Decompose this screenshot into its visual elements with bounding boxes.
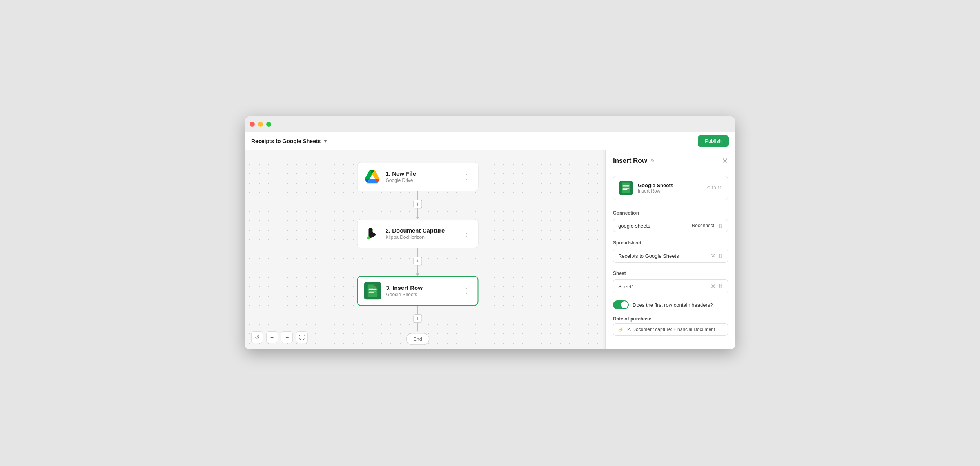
panel-title: Insert Row <box>613 157 647 165</box>
reconnect-button[interactable]: Reconnect <box>692 223 714 228</box>
divider-dot <box>604 249 604 250</box>
svg-rect-6 <box>369 292 374 293</box>
sheet-input-row[interactable]: Sheet1 ✕ ⇅ <box>613 279 728 293</box>
panel-edit-icon[interactable]: ✎ <box>650 158 655 164</box>
connection-section: Connection google-sheets Reconnect ⇅ <box>606 206 735 235</box>
svg-rect-5 <box>369 291 377 291</box>
zoom-in-button[interactable]: + <box>266 331 278 343</box>
main-area: 1. New File Google Drive ⋮ + <box>245 150 735 350</box>
node-3-menu[interactable]: ⋮ <box>461 285 472 297</box>
connector-line-2b <box>417 265 418 274</box>
panel-close-button[interactable]: ✕ <box>722 157 728 165</box>
app-content: Receipts to Google Sheets ▼ Publish <box>245 132 735 350</box>
reset-view-button[interactable]: ↺ <box>251 331 263 343</box>
headers-toggle-row: Does the first row contain headers? <box>606 297 735 313</box>
headers-toggle-label: Does the first row contain headers? <box>633 302 713 308</box>
node-insert-row[interactable]: 3. Insert Row Google Sheets ⋮ <box>357 276 479 306</box>
sheet-sort-icon[interactable]: ⇅ <box>718 283 723 289</box>
close-window-button[interactable] <box>250 122 255 127</box>
node-3-info: 3. Insert Row Google Sheets <box>386 284 457 297</box>
panel-title-row: Insert Row ✎ <box>613 157 655 165</box>
spreadsheet-actions: ✕ ⇅ <box>711 252 723 259</box>
panel-divider[interactable] <box>603 150 606 350</box>
service-action: Insert Row <box>638 188 701 194</box>
svg-point-1 <box>367 236 370 239</box>
connector-line-1 <box>417 191 418 200</box>
spreadsheet-clear-icon[interactable]: ✕ <box>711 252 716 259</box>
maximize-window-button[interactable] <box>266 122 271 127</box>
connection-input-row[interactable]: google-sheets Reconnect ⇅ <box>613 219 728 232</box>
node-2-title: 2. Document Capture <box>386 227 457 234</box>
node-2-info: 2. Document Capture Klippa DocHorizon <box>386 227 457 240</box>
connector-line-3b <box>417 323 418 331</box>
date-field-icon: ⚡ <box>618 327 624 332</box>
panel-header: Insert Row ✎ ✕ <box>606 150 735 170</box>
spreadsheet-label: Spreadsheet <box>613 240 728 246</box>
date-field-text: 2. Document capture: Financial Document <box>627 327 715 332</box>
connection-actions: Reconnect ⇅ <box>692 222 723 229</box>
svg-rect-12 <box>623 189 628 190</box>
spreadsheet-input-row[interactable]: Receipts to Google Sheets ✕ ⇅ <box>613 249 728 263</box>
workflow-title-row[interactable]: Receipts to Google Sheets ▼ <box>251 138 327 144</box>
sheet-clear-icon[interactable]: ✕ <box>711 283 716 290</box>
add-step-1-button[interactable]: + <box>414 200 422 208</box>
klippa-node-icon <box>364 225 381 242</box>
app-window: Receipts to Google Sheets ▼ Publish <box>245 116 735 350</box>
service-name: Google Sheets <box>638 182 701 188</box>
connector-3: + <box>414 306 422 331</box>
node-1-menu[interactable]: ⋮ <box>462 171 472 182</box>
divider-dot <box>604 251 604 252</box>
divider-dots <box>604 248 604 252</box>
node-3-title: 3. Insert Row <box>386 284 457 291</box>
spreadsheet-section: Spreadsheet Receipts to Google Sheets ✕ … <box>606 235 735 266</box>
right-panel: Insert Row ✎ ✕ <box>606 150 735 350</box>
app-header: Receipts to Google Sheets ▼ Publish <box>245 132 735 150</box>
node-2-menu[interactable]: ⋮ <box>462 228 472 239</box>
sheet-section: Sheet Sheet1 ✕ ⇅ <box>606 266 735 297</box>
connector-2: + <box>414 248 422 276</box>
node-2-subtitle: Klippa DocHorizon <box>386 235 457 240</box>
klippa-logo <box>365 226 380 241</box>
titlebar <box>245 116 735 132</box>
add-step-3-button[interactable]: + <box>414 314 422 323</box>
node-1-info: 1. New File Google Drive <box>386 170 457 183</box>
traffic-lights <box>250 122 271 127</box>
toggle-knob <box>621 301 628 308</box>
service-card: Google Sheets Insert Row v0.10.11 <box>613 176 728 200</box>
connection-value: google-sheets <box>618 223 692 229</box>
connection-sort-icon[interactable]: ⇅ <box>718 222 723 229</box>
node-3-subtitle: Google Sheets <box>386 292 457 297</box>
workflow-canvas[interactable]: 1. New File Google Drive ⋮ + <box>245 150 603 350</box>
svg-rect-10 <box>623 187 630 187</box>
headers-toggle[interactable] <box>613 300 629 309</box>
node-1-title: 1. New File <box>386 170 457 177</box>
workflow-title: Receipts to Google Sheets <box>251 138 321 144</box>
service-info: Google Sheets Insert Row <box>638 182 701 194</box>
minimize-window-button[interactable] <box>258 122 263 127</box>
sheet-actions: ✕ ⇅ <box>711 283 723 290</box>
svg-rect-9 <box>623 185 630 186</box>
fit-view-button[interactable]: ⛶ <box>296 331 308 343</box>
date-section-label: Date of purchase <box>606 313 735 323</box>
svg-rect-4 <box>369 289 377 290</box>
spreadsheet-sort-icon[interactable]: ⇅ <box>718 253 723 259</box>
zoom-out-button[interactable]: − <box>281 331 293 343</box>
end-node: End <box>406 333 430 345</box>
spreadsheet-value: Receipts to Google Sheets <box>618 253 711 259</box>
title-dropdown-chevron[interactable]: ▼ <box>323 139 327 144</box>
node-1-subtitle: Google Drive <box>386 178 457 183</box>
connector-line-1b <box>417 208 418 217</box>
sheet-value: Sheet1 <box>618 284 711 289</box>
flow-container: 1. New File Google Drive ⋮ + <box>357 162 479 345</box>
gdrive-node-icon <box>364 168 381 185</box>
svg-rect-11 <box>623 188 630 189</box>
add-step-2-button[interactable]: + <box>414 257 422 265</box>
canvas-controls: ↺ + − ⛶ <box>251 331 308 343</box>
node-document-capture[interactable]: 2. Document Capture Klippa DocHorizon ⋮ <box>357 219 479 248</box>
node-new-file[interactable]: 1. New File Google Drive ⋮ <box>357 162 479 191</box>
connector-1: + <box>414 191 422 219</box>
divider-dot <box>604 248 604 248</box>
service-version: v0.10.11 <box>706 186 722 190</box>
publish-button[interactable]: Publish <box>698 135 729 147</box>
date-field[interactable]: ⚡ 2. Document capture: Financial Documen… <box>613 323 728 336</box>
